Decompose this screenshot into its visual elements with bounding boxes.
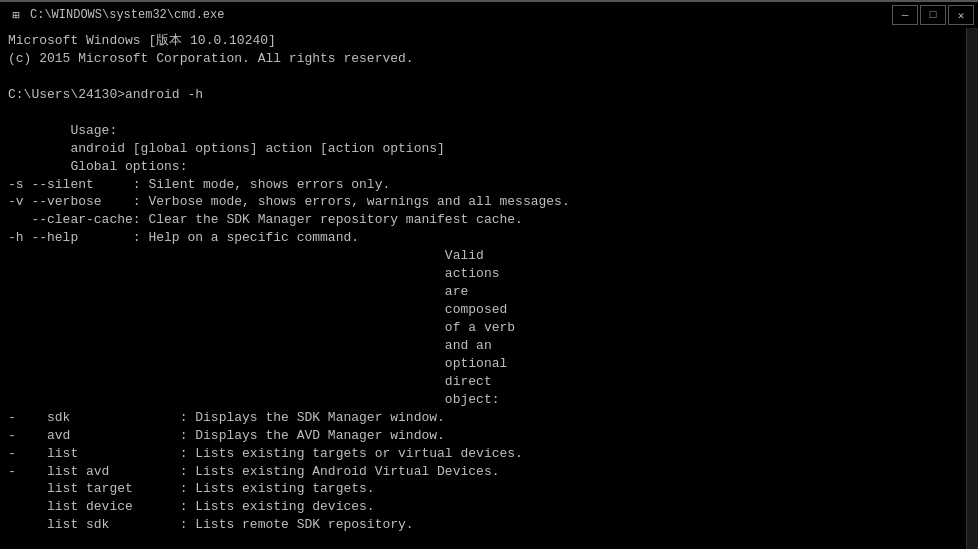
maximize-button[interactable]: □ [920, 5, 946, 25]
title-bar-text: C:\WINDOWS\system32\cmd.exe [30, 8, 970, 22]
cmd-window: ⊞ C:\WINDOWS\system32\cmd.exe — □ ✕ Micr… [0, 0, 978, 549]
minimize-button[interactable]: — [892, 5, 918, 25]
title-bar: ⊞ C:\WINDOWS\system32\cmd.exe — □ ✕ [0, 0, 978, 28]
window-controls: — □ ✕ [892, 5, 974, 25]
window-content: Microsoft Windows [版本 10.0.10240] (c) 20… [0, 28, 978, 549]
scrollbar[interactable] [966, 28, 978, 549]
close-button[interactable]: ✕ [948, 5, 974, 25]
console-output: Microsoft Windows [版本 10.0.10240] (c) 20… [0, 28, 966, 549]
console-text: Microsoft Windows [版本 10.0.10240] (c) 20… [8, 32, 958, 534]
window-icon: ⊞ [8, 7, 24, 23]
